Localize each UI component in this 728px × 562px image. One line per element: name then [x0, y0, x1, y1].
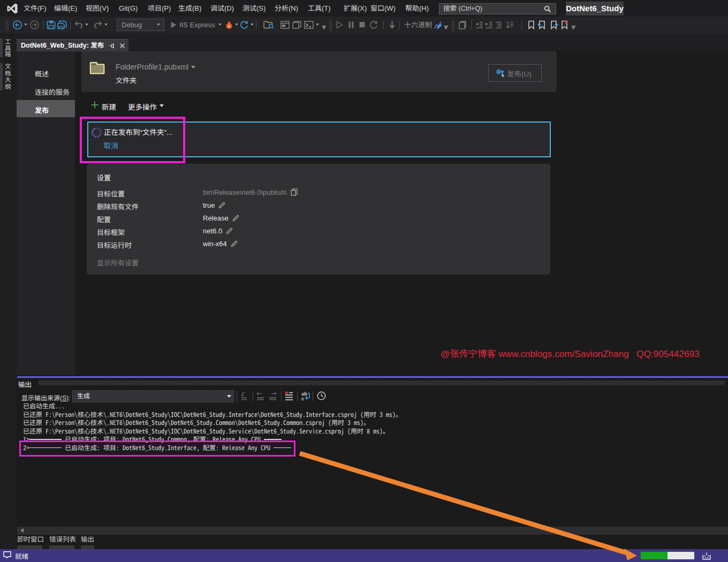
svg-text:c: c — [301, 396, 304, 401]
